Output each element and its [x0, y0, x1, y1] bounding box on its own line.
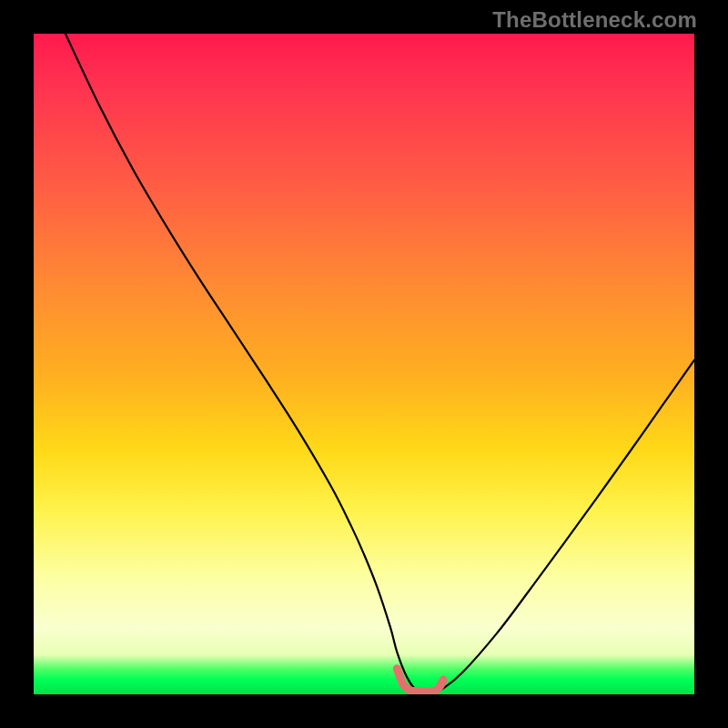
watermark-text: TheBottleneck.com: [492, 7, 697, 33]
plot-gradient-background: [34, 34, 694, 694]
chart-stage: TheBottleneck.com: [0, 0, 728, 728]
